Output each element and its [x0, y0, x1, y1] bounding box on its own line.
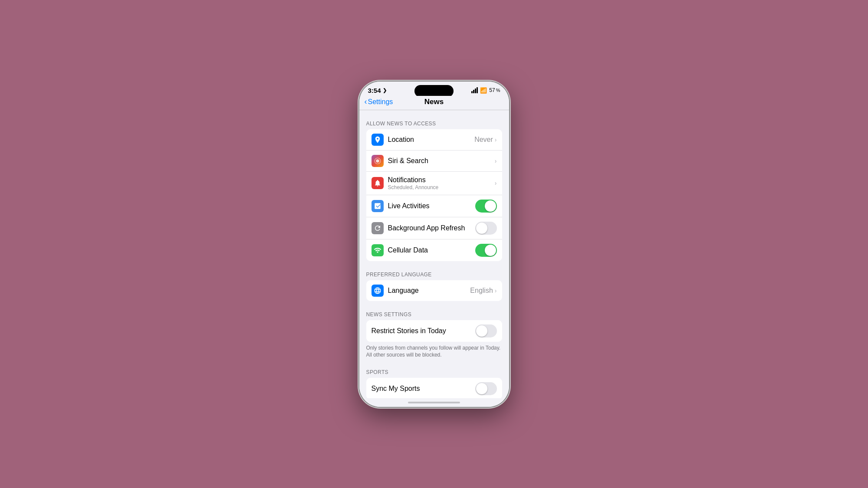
section-sports-list: Sync My Sports [366, 378, 502, 398]
home-bar [408, 402, 460, 403]
back-button[interactable]: ‹ Settings [365, 98, 393, 106]
background-refresh-toggle[interactable] [475, 222, 497, 235]
live-activities-label: Live Activities [388, 202, 475, 210]
restrict-stories-toggle-knob [476, 325, 487, 337]
language-chevron-icon: › [495, 287, 497, 294]
wifi-icon: 📶 [480, 87, 487, 94]
phone-shell: 3:54 ❯ 📶 57 % ‹ Settings News [359, 82, 509, 407]
location-text: Location [388, 136, 475, 144]
live-activities-item[interactable]: Live Activities [366, 195, 502, 217]
language-icon [372, 285, 384, 297]
location-icon [372, 134, 384, 146]
back-label: Settings [368, 98, 393, 106]
status-bar: 3:54 ❯ 📶 57 % [359, 82, 509, 96]
notifications-sublabel: Scheduled, Announce [388, 184, 495, 190]
battery-indicator: 57 % [489, 87, 500, 93]
live-activities-text: Live Activities [388, 202, 475, 210]
sync-sports-item[interactable]: Sync My Sports [366, 378, 502, 398]
home-indicator [359, 398, 509, 407]
section-access-header: ALLOW NEWS TO ACCESS [359, 121, 509, 129]
background-refresh-icon [372, 222, 384, 234]
siri-text: Siri & Search [388, 157, 495, 165]
battery-icon: % [496, 88, 500, 93]
restrict-stories-item[interactable]: Restrict Stories in Today [366, 320, 502, 342]
section-language-header: PREFERRED LANGUAGE [359, 272, 509, 280]
sync-sports-toggle[interactable] [475, 382, 497, 395]
status-icons: 📶 57 % [471, 87, 500, 94]
sync-sports-toggle-knob [476, 383, 487, 394]
battery-level: 57 [489, 87, 495, 93]
settings-content[interactable]: ALLOW NEWS TO ACCESS Location Never › [359, 110, 509, 398]
restrict-stories-note: Only stories from channels you follow wi… [359, 342, 509, 359]
nav-bar: ‹ Settings News [359, 96, 509, 110]
notifications-item[interactable]: Notifications Scheduled, Announce › [366, 172, 502, 195]
section-news-settings-header: NEWS SETTINGS [359, 311, 509, 320]
location-label: Location [388, 136, 475, 144]
signal-icon [471, 87, 478, 93]
location-item[interactable]: Location Never › [366, 129, 502, 151]
live-activities-toggle[interactable] [475, 200, 497, 213]
language-value: English [470, 287, 493, 295]
section-sports-header: SPORTS [359, 369, 509, 378]
location-arrow-icon: ❯ [383, 88, 387, 93]
svg-point-0 [376, 159, 379, 163]
section-news-settings: NEWS SETTINGS Restrict Stories in Today … [359, 311, 509, 359]
siri-label: Siri & Search [388, 157, 495, 165]
cellular-data-label: Cellular Data [388, 246, 475, 254]
section-language: PREFERRED LANGUAGE Language English › [359, 272, 509, 301]
back-chevron-icon: ‹ [365, 97, 367, 106]
language-item[interactable]: Language English › [366, 280, 502, 301]
section-access-list: Location Never › Siri & Search [366, 129, 502, 261]
location-chevron-icon: › [495, 136, 497, 143]
restrict-stories-toggle[interactable] [475, 324, 497, 337]
background-refresh-label: Background App Refresh [388, 224, 475, 232]
cellular-data-icon [372, 244, 384, 256]
time-text: 3:54 [368, 87, 381, 94]
background-refresh-text: Background App Refresh [388, 224, 475, 232]
cellular-data-item[interactable]: Cellular Data [366, 239, 502, 261]
section-sports: SPORTS Sync My Sports Follow your teams … [359, 369, 509, 398]
siri-icon [372, 155, 384, 167]
cellular-data-toggle[interactable] [475, 244, 497, 257]
language-text: Language [388, 287, 470, 295]
page-title: News [424, 98, 444, 106]
restrict-stories-label: Restrict Stories in Today [372, 327, 475, 335]
notifications-chevron-icon: › [495, 180, 497, 187]
background-refresh-item[interactable]: Background App Refresh [366, 217, 502, 239]
cellular-data-text: Cellular Data [388, 246, 475, 254]
live-activities-toggle-knob [485, 200, 496, 212]
language-label: Language [388, 287, 470, 295]
live-activities-icon [372, 200, 384, 212]
siri-search-item[interactable]: Siri & Search › [366, 151, 502, 172]
background-refresh-toggle-knob [476, 223, 487, 234]
notifications-icon [372, 177, 384, 189]
sync-sports-label: Sync My Sports [372, 385, 475, 393]
notifications-label: Notifications [388, 176, 495, 184]
cellular-data-toggle-knob [485, 245, 496, 256]
sync-sports-text: Sync My Sports [372, 385, 475, 393]
status-time: 3:54 ❯ [368, 87, 387, 94]
location-value: Never [474, 136, 493, 144]
siri-chevron-icon: › [495, 157, 497, 164]
section-language-list: Language English › [366, 280, 502, 301]
notifications-text: Notifications Scheduled, Announce [388, 176, 495, 190]
restrict-stories-text: Restrict Stories in Today [372, 327, 475, 335]
dynamic-island [414, 85, 454, 97]
section-access: ALLOW NEWS TO ACCESS Location Never › [359, 121, 509, 261]
section-news-settings-list: Restrict Stories in Today [366, 320, 502, 342]
